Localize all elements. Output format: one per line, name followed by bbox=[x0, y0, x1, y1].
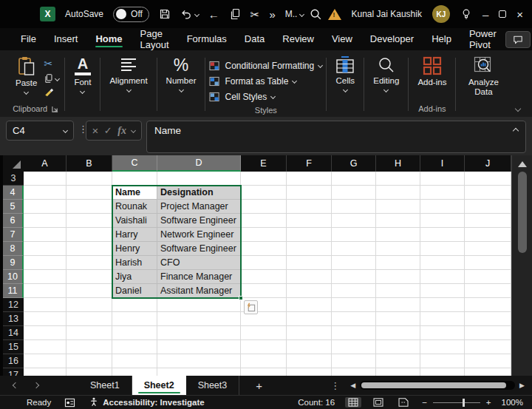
cell-A13[interactable] bbox=[24, 312, 66, 326]
cell-C14[interactable] bbox=[112, 326, 157, 340]
cell-I9[interactable] bbox=[420, 256, 465, 270]
cell-G3[interactable] bbox=[332, 172, 376, 186]
cell-A3[interactable] bbox=[24, 172, 66, 186]
cell-I4[interactable] bbox=[420, 186, 465, 200]
back-arrow-icon[interactable]: ← bbox=[208, 9, 219, 20]
cell-G11[interactable] bbox=[332, 284, 376, 298]
column-header-C[interactable]: C bbox=[112, 155, 157, 172]
cell-A12[interactable] bbox=[24, 298, 66, 312]
cell-B3[interactable] bbox=[66, 172, 112, 186]
cell-F10[interactable] bbox=[287, 270, 332, 284]
minimize-button[interactable]: – bbox=[482, 8, 488, 21]
cell-C17[interactable] bbox=[112, 368, 157, 376]
column-header-D[interactable]: D bbox=[157, 155, 241, 172]
cell-F5[interactable] bbox=[287, 200, 332, 214]
close-button[interactable]: × bbox=[516, 8, 523, 21]
cell-G8[interactable] bbox=[332, 242, 376, 256]
tab-home[interactable]: Home bbox=[86, 29, 131, 50]
cell-F11[interactable] bbox=[287, 284, 332, 298]
analyze-data-button[interactable]: Analyze Data bbox=[460, 53, 507, 97]
cell-I11[interactable] bbox=[420, 284, 465, 298]
cancel-entry-icon[interactable]: × bbox=[92, 124, 99, 137]
cell-C13[interactable] bbox=[112, 312, 157, 326]
cell-A10[interactable] bbox=[24, 270, 66, 284]
cell-D17[interactable] bbox=[157, 368, 241, 376]
accessibility-icon[interactable]: Accessibility: Investigate bbox=[89, 397, 204, 408]
document-menu[interactable]: M.. bbox=[285, 9, 304, 19]
tab-file[interactable]: File bbox=[12, 29, 45, 50]
cell-E9[interactable] bbox=[241, 256, 287, 270]
cell-A17[interactable] bbox=[24, 368, 66, 376]
cell-C12[interactable] bbox=[112, 298, 157, 312]
tab-help[interactable]: Help bbox=[423, 29, 460, 50]
sheet-tab-sheet2[interactable]: Sheet2 bbox=[132, 376, 186, 395]
save-icon[interactable] bbox=[159, 8, 171, 20]
search-icon[interactable] bbox=[310, 8, 322, 21]
page-layout-view-icon[interactable] bbox=[370, 397, 386, 408]
copy-ribbon-icon[interactable] bbox=[44, 73, 59, 84]
row-header-7[interactable]: 7 bbox=[3, 228, 24, 242]
expand-formula-bar-icon[interactable] bbox=[513, 128, 519, 134]
cell-J5[interactable] bbox=[465, 200, 511, 214]
cell-G7[interactable] bbox=[332, 228, 376, 242]
cell-E3[interactable] bbox=[241, 172, 287, 186]
tab-insert[interactable]: Insert bbox=[45, 29, 87, 50]
cell-D9[interactable]: CFO bbox=[157, 256, 241, 270]
cell-J8[interactable] bbox=[465, 242, 511, 256]
cell-E6[interactable] bbox=[241, 214, 287, 228]
column-header-I[interactable]: I bbox=[420, 155, 465, 172]
cell-J9[interactable] bbox=[465, 256, 511, 270]
vscroll-up-icon[interactable] bbox=[518, 161, 527, 167]
cell-C16[interactable] bbox=[112, 354, 157, 368]
cell-J12[interactable] bbox=[465, 298, 511, 312]
cell-I12[interactable] bbox=[420, 298, 465, 312]
row-header-14[interactable]: 14 bbox=[3, 326, 24, 340]
cell-C6[interactable]: Vaishali bbox=[112, 214, 157, 228]
cell-C11[interactable]: Daniel bbox=[112, 284, 157, 298]
zoom-slider[interactable] bbox=[433, 402, 480, 403]
alignment-menu-button[interactable]: Alignment bbox=[104, 53, 152, 92]
sheet-tab-sheet3[interactable]: Sheet3 bbox=[186, 376, 240, 395]
copy-icon[interactable] bbox=[229, 8, 241, 20]
name-box[interactable]: C4 bbox=[6, 121, 74, 141]
cell-B12[interactable] bbox=[66, 298, 112, 312]
cell-D6[interactable]: Software Engineer bbox=[157, 214, 241, 228]
addins-button[interactable]: Add-ins bbox=[412, 53, 451, 87]
column-header-F[interactable]: F bbox=[287, 155, 332, 172]
cell-H11[interactable] bbox=[376, 284, 420, 298]
row-header-17[interactable]: 17 bbox=[3, 368, 24, 376]
insert-function-icon[interactable]: fx bbox=[117, 125, 126, 137]
cell-H16[interactable] bbox=[376, 354, 420, 368]
confirm-entry-icon[interactable]: ✓ bbox=[104, 125, 112, 136]
cell-B17[interactable] bbox=[66, 368, 112, 376]
hscroll-right-icon[interactable]: ▶ bbox=[519, 382, 525, 389]
cell-C7[interactable]: Harry bbox=[112, 228, 157, 242]
cell-B4[interactable] bbox=[66, 186, 112, 200]
avatar[interactable]: KJ bbox=[432, 5, 450, 23]
column-header-E[interactable]: E bbox=[241, 155, 287, 172]
cut-icon[interactable]: ✂ bbox=[250, 9, 260, 20]
cell-J17[interactable] bbox=[465, 368, 511, 376]
excel-app-icon[interactable]: X bbox=[40, 7, 55, 21]
clipboard-dialog-launcher-icon[interactable] bbox=[52, 106, 58, 112]
cell-A16[interactable] bbox=[24, 354, 66, 368]
hscroll-thumb[interactable] bbox=[361, 382, 506, 388]
lightbulb-icon[interactable] bbox=[460, 8, 472, 20]
comments-button[interactable] bbox=[505, 31, 531, 48]
tab-developer[interactable]: Developer bbox=[361, 29, 423, 50]
cell-F13[interactable] bbox=[287, 312, 332, 326]
cell-J16[interactable] bbox=[465, 354, 511, 368]
user-name[interactable]: Kunal Jai Kaushik bbox=[352, 9, 422, 19]
cell-G10[interactable] bbox=[332, 270, 376, 284]
collapse-ribbon-icon[interactable] bbox=[515, 106, 521, 112]
row-header-11[interactable]: 11 bbox=[3, 284, 24, 298]
cell-H7[interactable] bbox=[376, 228, 420, 242]
warning-icon[interactable]: ! bbox=[328, 9, 341, 20]
cell-J4[interactable] bbox=[465, 186, 511, 200]
cell-I10[interactable] bbox=[420, 270, 465, 284]
cell-A11[interactable] bbox=[24, 284, 66, 298]
column-header-H[interactable]: H bbox=[376, 155, 420, 172]
cell-C5[interactable]: Rounak bbox=[112, 200, 157, 214]
cell-D10[interactable]: Finance Manager bbox=[157, 270, 241, 284]
horizontal-scrollbar[interactable]: ◀ ▶ bbox=[350, 381, 525, 390]
